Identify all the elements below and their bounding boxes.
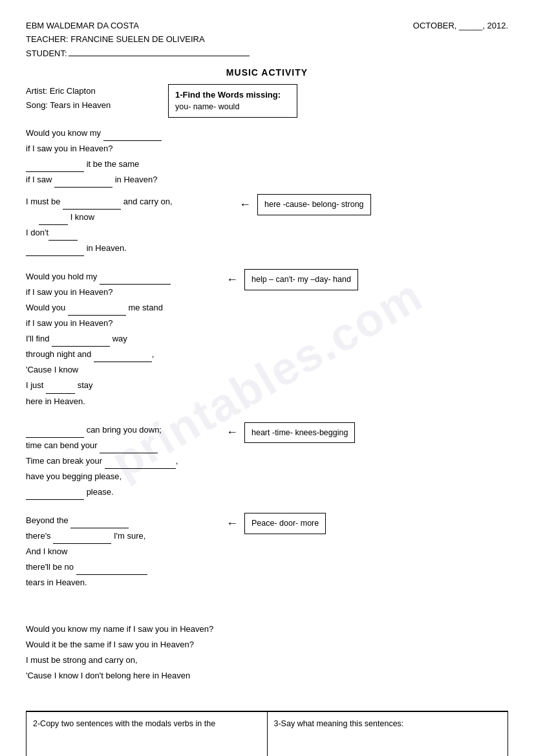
blank-would[interactable] bbox=[26, 163, 84, 172]
blank-knees[interactable] bbox=[100, 444, 158, 453]
blank-hand[interactable] bbox=[100, 275, 171, 285]
header-left: EBM WALDEMAR DA COSTA TEACHER: FRANCINE … bbox=[26, 19, 250, 58]
blank-door[interactable] bbox=[70, 519, 129, 528]
blank-begging[interactable] bbox=[26, 491, 84, 500]
page-title: MUSIC ACTIVITY bbox=[26, 67, 508, 78]
blank-cant[interactable] bbox=[46, 385, 75, 394]
box1-words: you- name- would bbox=[175, 101, 290, 113]
word-box-3: help – can't- my –day- hand bbox=[244, 269, 358, 290]
stanza-2: I must be and carry on, I know I don't i… bbox=[26, 194, 194, 256]
student-label: STUDENT: bbox=[26, 49, 67, 58]
blank-belong[interactable] bbox=[48, 232, 78, 241]
artist-label: Artist: Eric Clapton bbox=[26, 84, 129, 98]
student-name-field[interactable] bbox=[69, 47, 250, 56]
final-stanza: Would you know my name if I saw you in H… bbox=[26, 606, 508, 699]
page-header: EBM WALDEMAR DA COSTA TEACHER: FRANCINE … bbox=[26, 19, 508, 58]
word-box-2: here -cause- belong- strong bbox=[257, 194, 371, 215]
box1-title: 1-Find the Words missing: bbox=[175, 89, 290, 102]
stanza-1: Would you know my if I saw you in Heaven… bbox=[26, 125, 508, 188]
blank-help[interactable] bbox=[68, 307, 126, 316]
main-content: Artist: Eric Clapton Song: Tears in Heav… bbox=[26, 84, 508, 700]
stanza-3: Would you hold my if I saw you in Heaven… bbox=[26, 269, 194, 409]
blank-here[interactable] bbox=[26, 247, 84, 256]
box3-words: help – can't- my –day- hand bbox=[251, 274, 351, 286]
blank-name[interactable] bbox=[103, 132, 162, 141]
blank-more[interactable] bbox=[53, 535, 111, 544]
blank-strong[interactable] bbox=[63, 200, 121, 210]
stanza-5: Beyond the there's I'm sure, And I know … bbox=[26, 513, 194, 590]
word-box-1: 1-Find the Words missing: you- name- wou… bbox=[168, 84, 297, 118]
blank-cause[interactable] bbox=[39, 216, 68, 225]
bottom-box-left: 2-Copy two sentences with the modals ver… bbox=[26, 711, 267, 756]
bottom-section: 2-Copy two sentences with the modals ver… bbox=[26, 711, 508, 756]
blank-peace[interactable] bbox=[76, 566, 147, 575]
box2-words: here -cause- belong- strong bbox=[264, 199, 364, 211]
song-label: Song: Tears in Heaven bbox=[26, 98, 129, 113]
box5-words: Peace- door- more bbox=[251, 517, 319, 530]
date-label: OCTOBER, _____, 2012. bbox=[413, 21, 508, 30]
student-row: STUDENT: bbox=[26, 47, 250, 58]
blank-heart[interactable] bbox=[26, 429, 84, 438]
blank-day[interactable] bbox=[94, 353, 152, 362]
school-name: EBM WALDEMAR DA COSTA bbox=[26, 19, 250, 33]
blank-time[interactable] bbox=[105, 460, 176, 469]
artist-info: Artist: Eric Clapton Song: Tears in Heav… bbox=[26, 84, 129, 113]
word-box-4: heart -time- knees-begging bbox=[244, 422, 355, 444]
box4-words: heart -time- knees-begging bbox=[251, 427, 348, 439]
bottom-box-right: 3-Say what meaning this sentences: bbox=[267, 711, 509, 756]
stanza-4: can bring you down; time can bend your T… bbox=[26, 422, 194, 500]
teacher-name: TEACHER: FRANCINE SUELEN DE OLIVEIRA bbox=[26, 33, 250, 47]
blank-my[interactable] bbox=[52, 338, 110, 347]
blank-you[interactable] bbox=[54, 178, 112, 188]
word-box-5: Peace- door- more bbox=[244, 513, 326, 534]
